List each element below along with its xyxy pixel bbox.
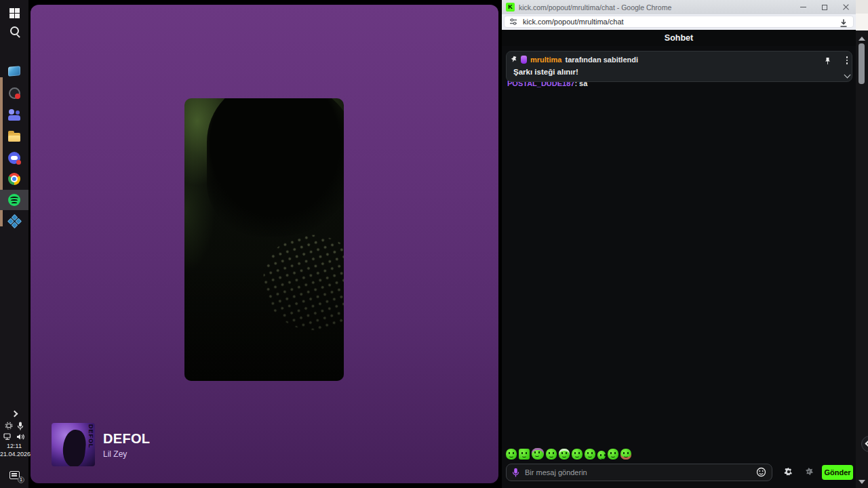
url-field[interactable]: kick.com/popout/mrultima/chat (504, 16, 854, 28)
file-explorer-icon (8, 133, 20, 142)
pin-icon (510, 56, 517, 64)
chat-message-input[interactable] (525, 468, 755, 476)
url-bar: kick.com/popout/mrultima/chat (502, 14, 856, 30)
taskbar-item-media-app[interactable] (0, 61, 28, 81)
diamond-app-icon (7, 214, 21, 228)
scrollbar-down-arrow[interactable] (859, 480, 865, 484)
search-icon (10, 26, 19, 35)
pinned-header-row: mrultima tarafından sabitlendi (510, 56, 638, 64)
chevron-left-icon (865, 441, 868, 447)
minimize-button[interactable] (793, 0, 814, 14)
scrollbar-up-arrow[interactable] (859, 37, 865, 41)
chat-page: Sohbet POSTAL_DUDE187:sa mrultima tarafı… (502, 30, 856, 488)
screen: 12:11 21.04.2026 1 DEFOL DEFOL Lil (0, 0, 868, 488)
canvas-vignette (184, 98, 344, 381)
chat-emote-icon[interactable] (572, 449, 583, 460)
chat-emote-icon[interactable] (546, 449, 557, 460)
tray-row-1 (0, 420, 28, 431)
sidebar-collapse-button[interactable] (861, 436, 868, 452)
spotify-icon (8, 194, 20, 206)
taskbar-item-teams[interactable] (0, 104, 28, 125)
track-title[interactable]: DEFOL (103, 431, 150, 447)
maximize-icon (822, 5, 827, 10)
minimize-icon (800, 7, 806, 7)
spotify-canvas-video[interactable] (184, 98, 344, 381)
album-art-title-text: DEFOL (87, 424, 94, 449)
gift-icon (803, 466, 814, 477)
taskbar-item-chrome[interactable] (0, 169, 28, 189)
chat-emote-icon[interactable] (506, 449, 517, 460)
media-app-icon (8, 66, 20, 76)
pinned-message-card[interactable]: mrultima tarafından sabitlendi Şarkı ist… (506, 51, 852, 82)
chrome-icon (8, 173, 20, 185)
track-artist[interactable]: Lil Zey (103, 449, 150, 459)
microphone-tray-icon[interactable] (17, 422, 24, 430)
pinned-message-text: Şarkı isteği alınır! (513, 68, 578, 76)
send-button[interactable]: Gönder (822, 465, 853, 480)
close-icon (842, 4, 849, 11)
windows-logo-icon (9, 8, 20, 18)
album-art[interactable]: DEFOL (52, 423, 95, 466)
track-info: DEFOL Lil Zey (103, 431, 150, 459)
background-window-edge (856, 0, 868, 488)
chat-emote-icon[interactable] (597, 451, 606, 460)
quick-emote-bar (506, 448, 631, 460)
maximize-button[interactable] (814, 0, 835, 14)
download-icon (839, 18, 848, 28)
chat-emote-icon[interactable] (585, 449, 595, 460)
network-icon[interactable] (3, 433, 12, 441)
moderator-badge-icon (521, 56, 527, 64)
volume-icon[interactable] (16, 433, 25, 441)
taskbar-search-button[interactable] (0, 20, 28, 41)
pin-filled-icon (824, 57, 831, 65)
pinned-suffix: tarafından sabitlendi (565, 56, 638, 64)
close-button[interactable] (835, 0, 856, 14)
kick-favicon: K (506, 3, 515, 12)
chat-emote-icon[interactable] (559, 449, 570, 460)
taskbar-clock[interactable]: 12:11 21.04.2026 (0, 442, 28, 458)
album-art-figure (61, 429, 87, 466)
chat-emote-icon[interactable] (532, 448, 544, 460)
url-text: kick.com/popout/mrultima/chat (523, 18, 624, 26)
message-input-box[interactable] (506, 464, 772, 481)
chevron-right-icon (11, 410, 18, 417)
spotify-window: DEFOL DEFOL Lil Zey (28, 0, 500, 488)
scrollbar-thumb[interactable] (859, 43, 865, 84)
clock-date: 21.04.2026 (0, 450, 28, 458)
now-playing-bar: DEFOL DEFOL Lil Zey (52, 423, 150, 466)
download-button[interactable] (838, 18, 849, 29)
background-toolbar-sliver (856, 14, 868, 30)
window-titlebar[interactable]: K kick.com/popout/mrultima/chat - Google… (502, 0, 856, 14)
notification-badge: 1 (18, 476, 24, 483)
chrome-popout-window: K kick.com/popout/mrultima/chat - Google… (502, 0, 856, 488)
site-settings-icon[interactable] (509, 18, 517, 26)
gift-button[interactable] (802, 466, 814, 478)
background-titlebar-sliver (856, 0, 868, 14)
taskbar-item-discord[interactable] (0, 148, 28, 168)
cast-icon[interactable] (5, 422, 13, 430)
taskbar-item-spotify[interactable] (0, 190, 28, 210)
spotify-fullscreen-surface: DEFOL DEFOL Lil Zey (31, 5, 498, 483)
pinned-menu-button[interactable] (842, 56, 852, 65)
taskbar: 12:11 21.04.2026 1 (0, 0, 28, 488)
chat-emote-icon[interactable] (620, 449, 631, 460)
emoji-picker-button[interactable] (755, 467, 766, 478)
message-composer: Gönder (502, 464, 856, 484)
chat-emote-icon[interactable] (608, 449, 618, 460)
chevron-down-icon (844, 71, 850, 78)
unpin-button[interactable] (823, 56, 833, 68)
window-controls (793, 0, 856, 14)
tray-expand-button[interactable] (0, 407, 28, 420)
teams-icon (8, 109, 20, 121)
chat-settings-button[interactable] (783, 466, 794, 478)
pinned-collapse-button[interactable] (842, 70, 852, 78)
voice-message-icon[interactable] (512, 468, 519, 477)
discord-icon (8, 152, 20, 164)
chat-emote-icon[interactable] (519, 449, 530, 460)
taskbar-item-file-explorer[interactable] (0, 126, 28, 146)
emoji-icon (756, 467, 766, 477)
pinned-author[interactable]: mrultima (530, 56, 561, 64)
taskbar-item-diamond-app[interactable] (0, 211, 28, 231)
taskbar-item-recorder-app[interactable] (0, 83, 28, 103)
action-center-button[interactable]: 1 (0, 466, 28, 484)
